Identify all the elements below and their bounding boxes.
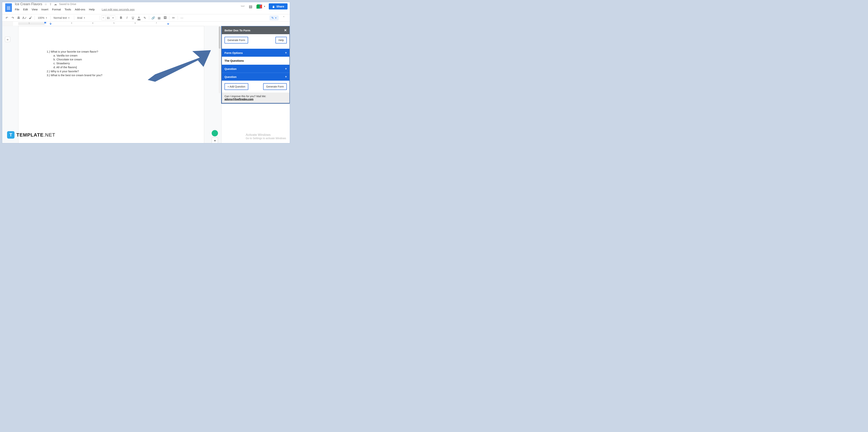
align-icon[interactable]: ≡▾ — [171, 15, 176, 21]
first-line-indent-marker[interactable] — [44, 22, 46, 24]
sidebar-scrollbar[interactable] — [219, 26, 221, 93]
saved-status: Saved to Drive — [59, 3, 76, 6]
menu-view[interactable]: View — [32, 8, 37, 11]
sidebar-footer: Can I improve this for you? Mail Me: ado… — [222, 93, 289, 103]
q1-option-b: b. Chocolate ice cream — [53, 58, 176, 61]
ruler[interactable]: 1 2 3 4 5 6 7 — [2, 22, 290, 26]
underline-icon[interactable]: U — [130, 15, 135, 21]
zoom-select[interactable]: 100%▼ — [36, 15, 49, 21]
bold-icon[interactable]: B — [119, 15, 124, 21]
link-icon[interactable]: 🔗 — [151, 15, 156, 21]
title-area: Ice Cream Flavors ☆ ⇪ ☁ Saved to Drive F… — [15, 2, 135, 11]
move-folder-icon[interactable]: ⇪ — [49, 2, 52, 6]
outline-toggle-icon[interactable]: ≣ — [5, 37, 10, 42]
image-icon[interactable]: 🖼 — [162, 15, 168, 21]
menu-help[interactable]: Help — [89, 8, 95, 11]
menu-file[interactable]: File — [15, 8, 19, 11]
font-size-increase[interactable]: + — [111, 15, 115, 20]
q1-option-c: c. Strawberry — [53, 62, 176, 65]
the-questions-section: The Questions — [222, 57, 289, 65]
header: Ice Cream Flavors ☆ ⇪ ☁ Saved to Drive F… — [2, 2, 290, 14]
q1-option-a: a. Vanilla ice cream — [53, 54, 176, 57]
add-question-button[interactable]: + Add Question — [224, 83, 248, 90]
right-indent-marker[interactable] — [167, 24, 169, 25]
lock-icon — [272, 5, 275, 8]
explore-button-icon[interactable]: ✦ — [212, 137, 218, 143]
comment-icon[interactable]: ▤ — [157, 15, 162, 21]
italic-icon[interactable]: I — [124, 15, 130, 21]
paint-format-icon[interactable]: 🖌 — [28, 15, 33, 21]
footer-email-link[interactable]: adons@livefiredev.com — [224, 98, 253, 101]
chat-bubble-icon[interactable] — [212, 130, 218, 136]
highlight-icon[interactable]: ✎ — [142, 15, 148, 21]
form-options-section[interactable]: Form Options+ — [222, 49, 289, 57]
more-icon[interactable]: ⋯ — [179, 15, 185, 21]
page-wrap: 1.) What is your favorite ice cream flav… — [13, 26, 221, 143]
editing-mode-button[interactable]: ✎ ▼ — [270, 15, 279, 21]
question-2: 2.) Why is it your favorite? — [47, 70, 176, 73]
outline-gutter: ≣ — [2, 26, 13, 143]
undo-icon[interactable]: ↶ — [4, 15, 9, 21]
cloud-saved-icon: ☁ — [54, 2, 57, 6]
header-right: 〰 ▤ ▼ Share — [241, 2, 287, 9]
question-3: 3.) What is the best ice cream brand for… — [47, 74, 176, 77]
addon-sidebar: Better Doc To Form ✕ Generate Form Help … — [221, 26, 290, 143]
meet-dropdown-icon[interactable]: ▼ — [264, 5, 266, 7]
menu-insert[interactable]: Insert — [41, 8, 49, 11]
menu-edit[interactable]: Edit — [23, 8, 28, 11]
generate-form-button[interactable]: Generate Form — [224, 37, 248, 43]
font-select[interactable]: Arial▼ — [76, 15, 98, 21]
app-frame: Ice Cream Flavors ☆ ⇪ ☁ Saved to Drive F… — [2, 2, 290, 143]
left-indent-marker[interactable] — [50, 24, 52, 25]
font-size-input[interactable] — [105, 15, 111, 20]
menu-tools[interactable]: Tools — [65, 8, 71, 11]
question-1: 1.) What is your favorite ice cream flav… — [47, 50, 176, 53]
toolbar: ↶ ↷ 🖶 A✓ 🖌 100%▼ Normal text▼ Arial▼ − +… — [2, 14, 290, 22]
doc-title[interactable]: Ice Cream Flavors — [15, 2, 42, 6]
document-page[interactable]: 1.) What is your favorite ice cream flav… — [18, 26, 204, 143]
generate-form-button-2[interactable]: Generate Form — [263, 83, 287, 90]
collapse-toolbar-icon[interactable]: ˆ — [281, 15, 286, 21]
template-net-icon: T — [7, 131, 14, 139]
menu-addons[interactable]: Add-ons — [75, 8, 85, 11]
redo-icon[interactable]: ↷ — [10, 15, 15, 21]
pencil-icon: ✎ — [271, 16, 274, 20]
body-area: ≣ 1.) What is your favorite ice cream fl… — [2, 26, 290, 143]
close-icon[interactable]: ✕ — [284, 28, 287, 32]
text-color-icon[interactable]: A — [136, 15, 142, 21]
spellcheck-icon[interactable]: A✓ — [22, 15, 27, 21]
share-button[interactable]: Share — [269, 3, 287, 9]
question-1-section[interactable]: Question+ — [222, 65, 289, 73]
font-size-control: − + — [101, 15, 115, 20]
question-2-section[interactable]: Question+ — [222, 73, 289, 80]
help-button[interactable]: Help — [275, 37, 287, 43]
activate-windows-watermark: Activate Windows Go to Settings to activ… — [246, 133, 286, 140]
template-net-logo: T TEMPLATE.NET — [7, 131, 55, 139]
star-icon[interactable]: ☆ — [44, 2, 47, 6]
comments-icon[interactable]: ▤ — [248, 4, 253, 9]
docs-logo-icon[interactable] — [5, 3, 12, 12]
font-size-decrease[interactable]: − — [101, 15, 105, 20]
last-edit-link[interactable]: Last edit was seconds ago — [102, 8, 135, 11]
meet-icon[interactable] — [256, 4, 262, 9]
q1-option-d: d. All of the flavors — [53, 66, 176, 69]
style-select[interactable]: Normal text▼ — [52, 15, 72, 21]
menu-bar: File Edit View Insert Format Tools Add-o… — [15, 8, 135, 11]
menu-format[interactable]: Format — [52, 8, 61, 11]
sidebar-header: Better Doc To Form ✕ — [222, 26, 289, 34]
share-label: Share — [276, 5, 284, 8]
sidebar-title: Better Doc To Form — [224, 29, 250, 32]
print-icon[interactable]: 🖶 — [16, 15, 21, 21]
activity-icon[interactable]: 〰 — [241, 4, 245, 9]
